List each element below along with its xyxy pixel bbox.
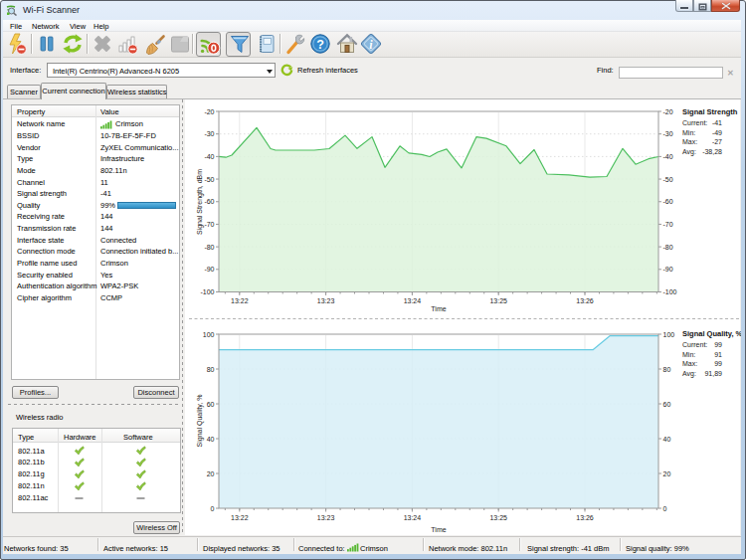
svg-text:-27: -27 — [712, 138, 722, 145]
svg-text:-90: -90 — [663, 266, 673, 273]
svg-text:80: 80 — [663, 366, 671, 373]
svg-text:Max:: Max: — [682, 138, 697, 145]
svg-text:91,89: 91,89 — [704, 370, 722, 377]
svg-text:-20: -20 — [204, 108, 214, 115]
svg-text:-38,28: -38,28 — [702, 148, 722, 155]
svg-text:0: 0 — [663, 505, 667, 512]
svg-text:-41: -41 — [712, 119, 722, 126]
svg-text:13:23: 13:23 — [317, 297, 335, 304]
svg-text:91: 91 — [714, 351, 722, 358]
svg-text:20: 20 — [207, 470, 215, 477]
svg-text:Max:: Max: — [682, 360, 697, 367]
svg-text:Time: Time — [431, 305, 446, 312]
svg-text:100: 100 — [663, 331, 675, 338]
svg-text:13:26: 13:26 — [576, 514, 594, 521]
svg-text:60: 60 — [207, 401, 215, 408]
svg-text:13:26: 13:26 — [576, 297, 594, 304]
svg-text:-70: -70 — [204, 221, 214, 228]
svg-text:-80: -80 — [204, 244, 214, 251]
svg-text:13:25: 13:25 — [489, 297, 507, 304]
svg-text:-49: -49 — [712, 129, 722, 136]
svg-text:Signal Strength: Signal Strength — [682, 107, 738, 116]
svg-text:13:24: 13:24 — [404, 297, 422, 304]
svg-text:-70: -70 — [663, 221, 673, 228]
svg-text:-60: -60 — [204, 198, 214, 205]
svg-text:13:22: 13:22 — [231, 514, 249, 521]
svg-text:-20: -20 — [663, 108, 673, 115]
svg-text:Signal Strength, dBm: Signal Strength, dBm — [196, 169, 204, 235]
svg-text:13:22: 13:22 — [231, 297, 249, 304]
svg-text:99: 99 — [714, 341, 722, 348]
svg-text:Time: Time — [431, 526, 446, 533]
svg-text:Current:: Current: — [682, 341, 707, 348]
svg-text:-100: -100 — [200, 288, 214, 295]
svg-text:80: 80 — [207, 366, 215, 373]
svg-text:Avg:: Avg: — [682, 148, 696, 156]
svg-text:-50: -50 — [204, 176, 214, 183]
svg-text:60: 60 — [663, 401, 671, 408]
svg-text:-100: -100 — [663, 288, 677, 295]
svg-text:Avg:: Avg: — [682, 370, 696, 378]
svg-text:40: 40 — [663, 436, 671, 443]
svg-text:-80: -80 — [663, 244, 673, 251]
svg-text:?: ? — [316, 38, 324, 52]
svg-text:20: 20 — [663, 470, 671, 477]
svg-text:Current:: Current: — [682, 119, 707, 126]
svg-text:Signal Quality, %: Signal Quality, % — [682, 329, 741, 338]
svg-text:13:24: 13:24 — [404, 514, 422, 521]
svg-text:-40: -40 — [663, 153, 673, 160]
svg-text:Min:: Min: — [682, 351, 695, 358]
svg-text:Signal Quality, %: Signal Quality, % — [196, 395, 204, 448]
svg-text:100: 100 — [203, 331, 215, 338]
svg-text:99: 99 — [714, 360, 722, 367]
svg-text:-60: -60 — [663, 198, 673, 205]
svg-text:-30: -30 — [663, 130, 673, 137]
svg-text:-40: -40 — [204, 153, 214, 160]
svg-text:13:23: 13:23 — [317, 514, 335, 521]
svg-text:-90: -90 — [204, 266, 214, 273]
svg-text:-50: -50 — [663, 176, 673, 183]
svg-text:-30: -30 — [204, 130, 214, 137]
svg-text:Min:: Min: — [682, 129, 695, 136]
svg-text:40: 40 — [207, 436, 215, 443]
svg-text:0: 0 — [211, 505, 215, 512]
svg-text:13:25: 13:25 — [489, 514, 507, 521]
